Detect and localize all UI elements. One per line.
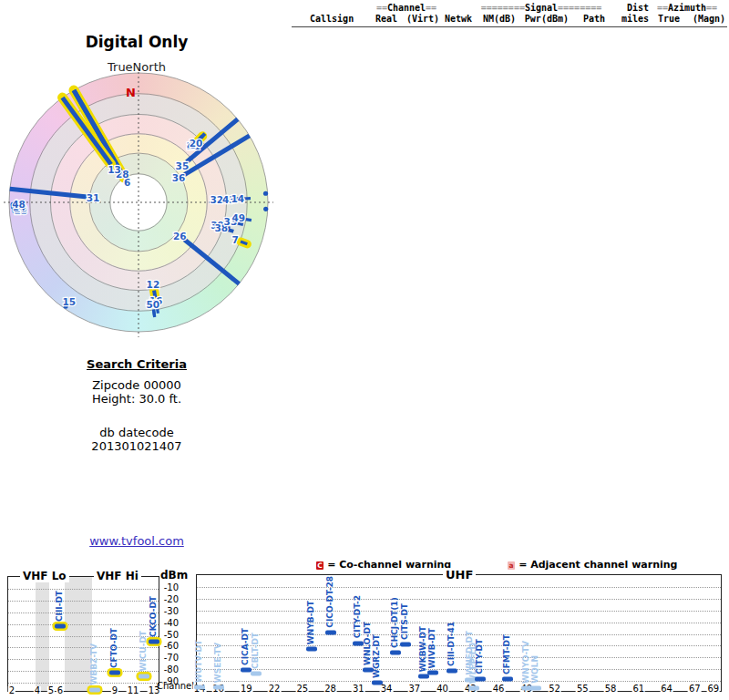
station-label: WGRZ-DT [372, 634, 381, 678]
radar-dot [263, 191, 268, 196]
col-real: Real [374, 14, 397, 25]
station-label: CIII-DT-41 [447, 622, 456, 666]
station-label: WIVB-DT [427, 628, 436, 668]
dbm-tick-label: -30 [157, 606, 179, 616]
radar-channel-label: 12 [147, 279, 160, 290]
radar-overlay: N628133136263519324193920123843331416494… [2, 66, 275, 339]
adjacent-channel-legend: a = Adjacent channel warning [508, 557, 677, 571]
search-criteria-heading: Search Criteria [50, 357, 223, 371]
radar-channel-label: 13 [108, 164, 121, 175]
gridline [197, 657, 721, 658]
channel-tick-label: 55 [576, 685, 590, 694]
datecode-label: db datecode [50, 426, 223, 439]
radar-channel-label: 20 [190, 138, 203, 149]
dbm-tick-label: -60 [157, 641, 179, 651]
channel-tick-label: 69 [706, 685, 720, 694]
tvfool-report: Digital Only TrueNorth N6281331362635193… [0, 0, 729, 700]
station-label: WNLO-DT [363, 622, 372, 665]
adjacent-channel-legend-text: = Adjacent channel warning [519, 559, 677, 571]
channel-tick-label: 67 [688, 685, 702, 694]
dbm-tick-label: -70 [157, 653, 179, 663]
radar-spoke [184, 240, 239, 284]
channel-tick-label: 64 [660, 685, 673, 694]
channel-tick-label: 5 [47, 686, 55, 695]
col-miles: miles [611, 14, 649, 25]
station-label: CICA-DT [241, 628, 250, 665]
station-marker [502, 676, 513, 681]
gridline [8, 683, 159, 684]
station-marker [194, 685, 205, 689]
channel-tick-label: 34 [380, 685, 394, 694]
dbm-tick-label: -80 [157, 664, 179, 674]
channel-tick-label: 11 [127, 686, 140, 695]
tvfool-link[interactable]: www.tvfool.com [89, 534, 184, 548]
station-label: WKBW-DT [418, 626, 427, 672]
north-label: N [126, 86, 136, 99]
radar-channel-label: 31 [87, 192, 100, 203]
gridline [8, 671, 159, 672]
station-marker [390, 650, 401, 654]
vhf-hi-label: VHF Hi [94, 570, 141, 582]
station-label: CIII-DT [55, 591, 64, 622]
station-label: CITY-DT-2 [353, 595, 362, 638]
station-marker [325, 630, 336, 634]
datecode-value: 201301021407 [50, 439, 223, 453]
station-label: CHCJ-DT(1) [390, 597, 399, 648]
gridline [8, 636, 159, 637]
gridline [8, 624, 159, 625]
vhf-lo-label: VHF Lo [20, 570, 69, 582]
vhf-chart: 2456791113CIII-DTWBBZ-TVCFTO-DTWICU-DTCK… [7, 576, 159, 692]
channel-tick-label: 61 [631, 685, 645, 694]
station-label: CFTO-DT [109, 628, 118, 668]
radar-channel-label: 48 [12, 199, 26, 210]
gridline [8, 647, 159, 648]
co-channel-warning-icon: C [316, 561, 323, 570]
gridline [197, 669, 721, 670]
adjacent-channel-warning-icon: a [508, 561, 515, 570]
col-pwr: Pwr(dBm) [516, 14, 569, 25]
station-marker [109, 670, 120, 674]
channel-tick-label: 2 [8, 686, 15, 695]
table-column-header: Callsign Real (Virt) Netwk NM(dB) Pwr(dB… [292, 14, 727, 25]
co-channel-legend-text: = Co-channel warning [327, 559, 451, 571]
col-netwk: Netwk [439, 14, 472, 25]
col-true: True [649, 14, 680, 25]
height-value: Height: 30.0 ft. [50, 392, 223, 406]
dbm-tick-label: -40 [157, 618, 179, 628]
station-label: CICO-DT-28 [325, 576, 334, 628]
gridline [197, 681, 721, 682]
station-label: WUTV-DT [194, 640, 203, 683]
station-label: CFMT-DT [502, 634, 511, 674]
dbm-tick-label: -50 [157, 630, 179, 640]
col-virt: (Virt) [397, 14, 439, 25]
station-marker [139, 674, 149, 678]
gridline [197, 634, 721, 635]
gridline [197, 645, 721, 646]
radar-dot [263, 207, 268, 211]
azimuth-group-header: ==Azimuth== [649, 3, 725, 14]
col-nm: NM(dB) [472, 14, 516, 25]
radar-channel-label: 32 [210, 194, 223, 205]
channel-tick-label: 22 [268, 685, 282, 694]
station-marker [55, 624, 66, 629]
page-title: Digital Only [50, 33, 223, 51]
radar-channel-label: 35 [176, 160, 190, 171]
station-label: WSEE-TV [213, 643, 222, 683]
station-marker [400, 642, 411, 646]
station-marker [530, 686, 541, 691]
channel-tick-label: 19 [240, 685, 253, 694]
channel-tick-label: 4 [34, 686, 41, 695]
dbm-tick-label: -10 [157, 582, 179, 592]
channel-tick-label: 58 [604, 685, 618, 694]
station-label: CITY-DT [475, 639, 484, 674]
station-label: CBLT-DT [251, 633, 260, 669]
table-group-header: ==Channel== ========Signal======== Dist … [292, 3, 727, 14]
dist-group-header: Dist [611, 3, 649, 14]
zipcode-value: Zipcode 00000 [50, 378, 223, 392]
station-marker [427, 671, 438, 675]
gridline [8, 612, 159, 613]
station-marker [418, 674, 429, 679]
channel-tick-label: 40 [436, 685, 449, 694]
station-marker [475, 676, 486, 681]
radar-channel-label: 7 [231, 234, 238, 245]
